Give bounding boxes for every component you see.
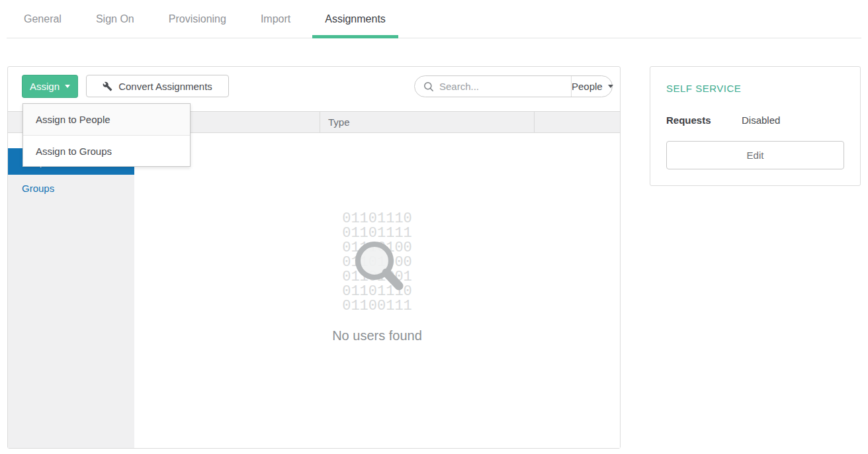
- requests-status-value: Disabled: [742, 114, 780, 126]
- app-assignments-page: General Sign On Provisioning Import Assi…: [0, 0, 868, 454]
- tab-sign-on[interactable]: Sign On: [96, 0, 134, 38]
- requests-label: Requests: [666, 114, 742, 126]
- assign-button[interactable]: Assign: [22, 75, 78, 98]
- column-header-type: Type: [320, 112, 534, 132]
- column-header-actions: [534, 112, 620, 132]
- magnifier-icon: [336, 226, 418, 308]
- search-input-area: [415, 76, 571, 97]
- edit-button[interactable]: Edit: [666, 141, 844, 169]
- requests-row: Requests Disabled: [666, 114, 844, 126]
- tab-import[interactable]: Import: [261, 0, 290, 38]
- wrench-icon: [103, 81, 112, 91]
- convert-assignments-button[interactable]: Convert Assignments: [86, 75, 229, 97]
- tab-bar: General Sign On Provisioning Import Assi…: [7, 0, 861, 38]
- sidebar-item-groups[interactable]: Groups: [8, 175, 134, 201]
- assignments-sidebar: People Groups: [8, 134, 134, 448]
- tab-assignments[interactable]: Assignments: [325, 0, 386, 38]
- assign-dropdown-menu: Assign to People Assign to Groups: [22, 103, 191, 167]
- search-scope-dropdown[interactable]: People: [571, 76, 613, 97]
- menu-item-assign-to-people[interactable]: Assign to People: [23, 104, 190, 135]
- search-scope-value: People: [572, 81, 603, 92]
- search-icon: [423, 81, 434, 92]
- assign-button-label: Assign: [30, 81, 60, 92]
- tab-general[interactable]: General: [24, 0, 62, 38]
- chevron-down-icon: [65, 85, 70, 88]
- search-box: People: [414, 75, 613, 97]
- tab-provisioning[interactable]: Provisioning: [169, 0, 226, 38]
- self-service-title: SELF SERVICE: [666, 83, 844, 94]
- convert-assignments-label: Convert Assignments: [118, 81, 212, 92]
- menu-item-assign-to-groups[interactable]: Assign to Groups: [23, 135, 190, 166]
- chevron-down-icon: [608, 85, 613, 88]
- empty-results-area: 01101110 01101111 01110100 01101000 0110…: [134, 134, 620, 448]
- self-service-card: SELF SERVICE Requests Disabled Edit: [650, 66, 861, 186]
- search-input[interactable]: [439, 81, 571, 92]
- assignments-panel: Assign Convert Assignments P: [7, 66, 621, 449]
- assignments-content: People Groups 01101110 01101111 01110100…: [8, 134, 620, 448]
- no-users-found-message: No users found: [134, 328, 620, 343]
